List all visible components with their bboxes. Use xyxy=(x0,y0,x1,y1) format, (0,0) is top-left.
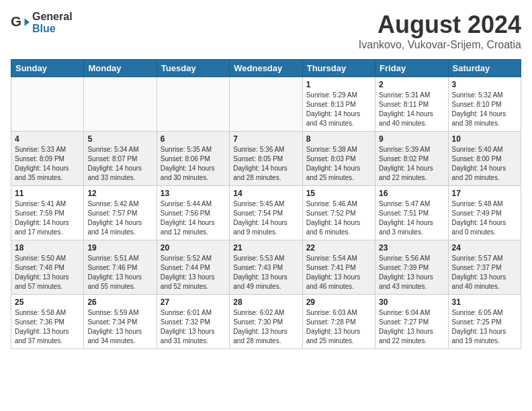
day-info: Sunrise: 5:40 AMSunset: 8:00 PMDaylight:… xyxy=(452,145,517,183)
day-info: Sunrise: 5:53 AMSunset: 7:43 PMDaylight:… xyxy=(233,254,298,291)
calendar-cell: 17Sunrise: 5:48 AMSunset: 7:49 PMDayligh… xyxy=(448,186,521,240)
day-number: 7 xyxy=(233,134,298,144)
day-info: Sunrise: 5:45 AMSunset: 7:54 PMDaylight:… xyxy=(233,199,298,237)
day-info: Sunrise: 5:46 AMSunset: 7:52 PMDaylight:… xyxy=(306,199,371,237)
calendar-cell: 18Sunrise: 5:50 AMSunset: 7:48 PMDayligh… xyxy=(11,240,84,295)
day-info: Sunrise: 5:31 AMSunset: 8:11 PMDaylight:… xyxy=(379,91,444,128)
header-tuesday: Tuesday xyxy=(157,60,229,77)
calendar-cell: 24Sunrise: 5:57 AMSunset: 7:37 PMDayligh… xyxy=(448,240,521,295)
calendar-cell: 11Sunrise: 5:41 AMSunset: 7:59 PMDayligh… xyxy=(11,186,84,240)
day-info: Sunrise: 5:59 AMSunset: 7:34 PMDaylight:… xyxy=(87,308,152,346)
day-info: Sunrise: 5:56 AMSunset: 7:39 PMDaylight:… xyxy=(379,254,444,291)
calendar-cell: 7Sunrise: 5:36 AMSunset: 8:05 PMDaylight… xyxy=(230,132,302,186)
day-number: 27 xyxy=(161,298,226,307)
location-subtitle: Ivankovo, Vukovar-Srijem, Croatia xyxy=(359,39,521,51)
day-number: 30 xyxy=(379,298,444,307)
svg-text:G: G xyxy=(11,13,21,29)
day-number: 2 xyxy=(379,80,444,89)
calendar-cell xyxy=(11,77,84,132)
day-number: 11 xyxy=(15,189,80,198)
day-info: Sunrise: 5:58 AMSunset: 7:36 PMDaylight:… xyxy=(15,308,80,346)
calendar-cell: 22Sunrise: 5:54 AMSunset: 7:41 PMDayligh… xyxy=(302,240,375,295)
calendar-week-5: 25Sunrise: 5:58 AMSunset: 7:36 PMDayligh… xyxy=(11,295,521,349)
day-info: Sunrise: 5:50 AMSunset: 7:48 PMDaylight:… xyxy=(15,254,80,291)
calendar-cell xyxy=(84,77,157,132)
header-sunday: Sunday xyxy=(11,60,84,77)
calendar-cell: 31Sunrise: 6:05 AMSunset: 7:25 PMDayligh… xyxy=(448,295,521,349)
calendar-cell: 21Sunrise: 5:53 AMSunset: 7:43 PMDayligh… xyxy=(230,240,302,295)
calendar-cell: 2Sunrise: 5:31 AMSunset: 8:11 PMDaylight… xyxy=(375,77,448,132)
calendar-cell xyxy=(230,77,302,132)
title-block: August 2024 Ivankovo, Vukovar-Srijem, Cr… xyxy=(359,11,521,51)
day-info: Sunrise: 5:29 AMSunset: 8:13 PMDaylight:… xyxy=(306,91,371,128)
svg-marker-1 xyxy=(25,18,30,26)
day-number: 3 xyxy=(452,80,517,89)
header-thursday: Thursday xyxy=(302,60,375,77)
day-number: 20 xyxy=(161,243,226,253)
calendar-cell: 27Sunrise: 6:01 AMSunset: 7:32 PMDayligh… xyxy=(157,295,229,349)
calendar-cell xyxy=(157,77,229,132)
calendar-cell: 25Sunrise: 5:58 AMSunset: 7:36 PMDayligh… xyxy=(11,295,84,349)
calendar-cell: 1Sunrise: 5:29 AMSunset: 8:13 PMDaylight… xyxy=(302,77,375,132)
calendar-cell: 20Sunrise: 5:52 AMSunset: 7:44 PMDayligh… xyxy=(157,240,229,295)
day-info: Sunrise: 5:57 AMSunset: 7:37 PMDaylight:… xyxy=(452,254,517,291)
day-info: Sunrise: 5:44 AMSunset: 7:56 PMDaylight:… xyxy=(161,199,226,237)
day-number: 18 xyxy=(15,243,80,253)
calendar-cell: 3Sunrise: 5:32 AMSunset: 8:10 PMDaylight… xyxy=(448,77,521,132)
calendar-cell: 29Sunrise: 6:03 AMSunset: 7:28 PMDayligh… xyxy=(302,295,375,349)
header-saturday: Saturday xyxy=(448,60,521,77)
day-number: 24 xyxy=(452,243,517,253)
day-number: 13 xyxy=(161,189,226,198)
day-number: 31 xyxy=(452,298,517,307)
day-number: 15 xyxy=(306,189,371,198)
day-number: 17 xyxy=(452,189,517,198)
day-info: Sunrise: 5:52 AMSunset: 7:44 PMDaylight:… xyxy=(161,254,226,291)
calendar-cell: 30Sunrise: 6:04 AMSunset: 7:27 PMDayligh… xyxy=(375,295,448,349)
calendar-cell: 9Sunrise: 5:39 AMSunset: 8:02 PMDaylight… xyxy=(375,132,448,186)
header-wednesday: Wednesday xyxy=(230,60,302,77)
day-number: 16 xyxy=(379,189,444,198)
day-info: Sunrise: 5:32 AMSunset: 8:10 PMDaylight:… xyxy=(452,91,517,128)
day-number: 9 xyxy=(379,134,444,144)
calendar-cell: 8Sunrise: 5:38 AMSunset: 8:03 PMDaylight… xyxy=(302,132,375,186)
calendar-week-4: 18Sunrise: 5:50 AMSunset: 7:48 PMDayligh… xyxy=(11,240,521,295)
calendar-table: Sunday Monday Tuesday Wednesday Thursday… xyxy=(11,59,521,349)
day-info: Sunrise: 5:39 AMSunset: 8:02 PMDaylight:… xyxy=(379,145,444,183)
day-number: 21 xyxy=(233,243,298,253)
calendar-cell: 23Sunrise: 5:56 AMSunset: 7:39 PMDayligh… xyxy=(375,240,448,295)
day-info: Sunrise: 5:34 AMSunset: 8:07 PMDaylight:… xyxy=(87,145,152,183)
calendar-week-1: 1Sunrise: 5:29 AMSunset: 8:13 PMDaylight… xyxy=(11,77,521,132)
day-info: Sunrise: 6:03 AMSunset: 7:28 PMDaylight:… xyxy=(306,308,371,346)
day-number: 28 xyxy=(233,298,298,307)
calendar-week-3: 11Sunrise: 5:41 AMSunset: 7:59 PMDayligh… xyxy=(11,186,521,240)
day-info: Sunrise: 5:35 AMSunset: 8:06 PMDaylight:… xyxy=(161,145,226,183)
logo-icon: G xyxy=(11,13,30,32)
day-info: Sunrise: 5:54 AMSunset: 7:41 PMDaylight:… xyxy=(306,254,371,291)
calendar-cell: 28Sunrise: 6:02 AMSunset: 7:30 PMDayligh… xyxy=(230,295,302,349)
page-header: G General Blue August 2024 Ivankovo, Vuk… xyxy=(11,11,521,51)
calendar-cell: 14Sunrise: 5:45 AMSunset: 7:54 PMDayligh… xyxy=(230,186,302,240)
day-number: 19 xyxy=(87,243,152,253)
day-info: Sunrise: 5:42 AMSunset: 7:57 PMDaylight:… xyxy=(87,199,152,237)
header-monday: Monday xyxy=(84,60,157,77)
day-info: Sunrise: 6:01 AMSunset: 7:32 PMDaylight:… xyxy=(161,308,226,346)
day-info: Sunrise: 5:48 AMSunset: 7:49 PMDaylight:… xyxy=(452,199,517,237)
calendar-cell: 12Sunrise: 5:42 AMSunset: 7:57 PMDayligh… xyxy=(84,186,157,240)
day-number: 8 xyxy=(306,134,371,144)
calendar-cell: 10Sunrise: 5:40 AMSunset: 8:00 PMDayligh… xyxy=(448,132,521,186)
calendar-cell: 4Sunrise: 5:33 AMSunset: 8:09 PMDaylight… xyxy=(11,132,84,186)
day-number: 12 xyxy=(87,189,152,198)
day-number: 14 xyxy=(233,189,298,198)
day-number: 1 xyxy=(306,80,371,89)
day-number: 25 xyxy=(15,298,80,307)
calendar-cell: 6Sunrise: 5:35 AMSunset: 8:06 PMDaylight… xyxy=(157,132,229,186)
calendar-cell: 16Sunrise: 5:47 AMSunset: 7:51 PMDayligh… xyxy=(375,186,448,240)
day-info: Sunrise: 5:36 AMSunset: 8:05 PMDaylight:… xyxy=(233,145,298,183)
calendar-cell: 15Sunrise: 5:46 AMSunset: 7:52 PMDayligh… xyxy=(302,186,375,240)
day-number: 6 xyxy=(161,134,226,144)
day-info: Sunrise: 5:47 AMSunset: 7:51 PMDaylight:… xyxy=(379,199,444,237)
day-number: 26 xyxy=(87,298,152,307)
calendar-cell: 19Sunrise: 5:51 AMSunset: 7:46 PMDayligh… xyxy=(84,240,157,295)
calendar-cell: 5Sunrise: 5:34 AMSunset: 8:07 PMDaylight… xyxy=(84,132,157,186)
calendar-header-row: Sunday Monday Tuesday Wednesday Thursday… xyxy=(11,60,521,77)
